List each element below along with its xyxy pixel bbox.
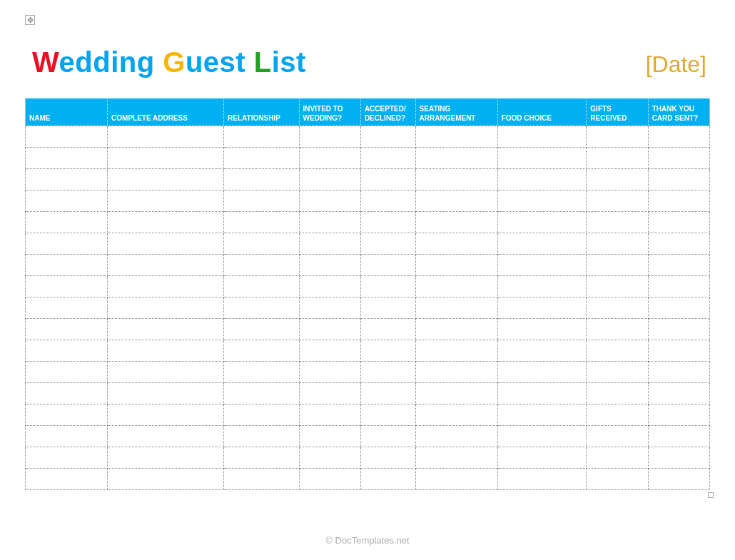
- table-cell[interactable]: [415, 340, 497, 361]
- table-cell[interactable]: [108, 275, 224, 297]
- table-cell[interactable]: [648, 297, 709, 318]
- table-row[interactable]: [26, 126, 710, 147]
- table-cell[interactable]: [497, 318, 587, 340]
- table-cell[interactable]: [26, 190, 108, 211]
- table-cell[interactable]: [299, 254, 360, 275]
- table-cell[interactable]: [108, 211, 224, 233]
- table-cell[interactable]: [26, 254, 108, 275]
- table-cell[interactable]: [587, 211, 648, 233]
- table-cell[interactable]: [587, 382, 648, 404]
- table-row[interactable]: [26, 190, 710, 211]
- table-cell[interactable]: [587, 233, 648, 254]
- table-cell[interactable]: [26, 468, 108, 489]
- table-cell[interactable]: [299, 147, 360, 168]
- table-cell[interactable]: [299, 168, 360, 190]
- table-cell[interactable]: [415, 447, 497, 468]
- table-cell[interactable]: [587, 404, 648, 425]
- table-cell[interactable]: [224, 190, 299, 211]
- table-cell[interactable]: [587, 425, 648, 447]
- table-cell[interactable]: [497, 404, 587, 425]
- table-cell[interactable]: [497, 168, 587, 190]
- table-cell[interactable]: [360, 190, 415, 211]
- table-cell[interactable]: [224, 275, 299, 297]
- date-placeholder[interactable]: [Date]: [646, 51, 706, 78]
- table-row[interactable]: [26, 233, 710, 254]
- table-row[interactable]: [26, 318, 710, 340]
- table-cell[interactable]: [224, 340, 299, 361]
- table-cell[interactable]: [415, 126, 497, 147]
- table-cell[interactable]: [415, 318, 497, 340]
- table-row[interactable]: [26, 168, 710, 190]
- table-cell[interactable]: [360, 147, 415, 168]
- table-cell[interactable]: [108, 447, 224, 468]
- table-cell[interactable]: [497, 275, 587, 297]
- table-cell[interactable]: [26, 233, 108, 254]
- table-cell[interactable]: [360, 297, 415, 318]
- table-cell[interactable]: [587, 190, 648, 211]
- table-cell[interactable]: [497, 425, 587, 447]
- table-cell[interactable]: [108, 468, 224, 489]
- table-cell[interactable]: [415, 404, 497, 425]
- table-row[interactable]: [26, 361, 710, 382]
- table-cell[interactable]: [224, 168, 299, 190]
- table-cell[interactable]: [26, 168, 108, 190]
- table-cell[interactable]: [299, 404, 360, 425]
- table-cell[interactable]: [648, 425, 709, 447]
- table-cell[interactable]: [497, 297, 587, 318]
- table-cell[interactable]: [415, 468, 497, 489]
- table-cell[interactable]: [587, 340, 648, 361]
- table-cell[interactable]: [648, 190, 709, 211]
- table-cell[interactable]: [360, 168, 415, 190]
- table-cell[interactable]: [299, 275, 360, 297]
- table-cell[interactable]: [360, 233, 415, 254]
- table-cell[interactable]: [224, 361, 299, 382]
- table-cell[interactable]: [108, 340, 224, 361]
- table-cell[interactable]: [299, 468, 360, 489]
- table-cell[interactable]: [108, 168, 224, 190]
- table-cell[interactable]: [497, 447, 587, 468]
- table-cell[interactable]: [648, 447, 709, 468]
- table-cell[interactable]: [299, 361, 360, 382]
- table-cell[interactable]: [497, 361, 587, 382]
- table-cell[interactable]: [299, 233, 360, 254]
- table-cell[interactable]: [26, 275, 108, 297]
- table-cell[interactable]: [587, 126, 648, 147]
- table-cell[interactable]: [587, 254, 648, 275]
- table-cell[interactable]: [415, 425, 497, 447]
- table-row[interactable]: [26, 468, 710, 489]
- table-cell[interactable]: [299, 318, 360, 340]
- table-cell[interactable]: [108, 126, 224, 147]
- table-cell[interactable]: [224, 382, 299, 404]
- table-cell[interactable]: [648, 468, 709, 489]
- table-cell[interactable]: [26, 382, 108, 404]
- table-cell[interactable]: [497, 254, 587, 275]
- table-cell[interactable]: [648, 147, 709, 168]
- table-row[interactable]: [26, 147, 710, 168]
- table-cell[interactable]: [360, 340, 415, 361]
- table-cell[interactable]: [299, 126, 360, 147]
- table-cell[interactable]: [415, 382, 497, 404]
- table-cell[interactable]: [587, 447, 648, 468]
- table-cell[interactable]: [108, 190, 224, 211]
- table-cell[interactable]: [587, 147, 648, 168]
- table-cell[interactable]: [360, 425, 415, 447]
- table-cell[interactable]: [360, 318, 415, 340]
- table-cell[interactable]: [415, 361, 497, 382]
- table-cell[interactable]: [299, 382, 360, 404]
- table-cell[interactable]: [587, 361, 648, 382]
- table-cell[interactable]: [299, 190, 360, 211]
- table-cell[interactable]: [224, 147, 299, 168]
- table-cell[interactable]: [26, 361, 108, 382]
- table-cell[interactable]: [415, 168, 497, 190]
- table-cell[interactable]: [648, 404, 709, 425]
- table-cell[interactable]: [497, 382, 587, 404]
- table-cell[interactable]: [26, 340, 108, 361]
- table-cell[interactable]: [108, 382, 224, 404]
- table-cell[interactable]: [224, 404, 299, 425]
- table-cell[interactable]: [299, 211, 360, 233]
- table-cell[interactable]: [648, 318, 709, 340]
- table-cell[interactable]: [497, 340, 587, 361]
- table-cell[interactable]: [26, 126, 108, 147]
- table-cell[interactable]: [360, 382, 415, 404]
- table-cell[interactable]: [26, 147, 108, 168]
